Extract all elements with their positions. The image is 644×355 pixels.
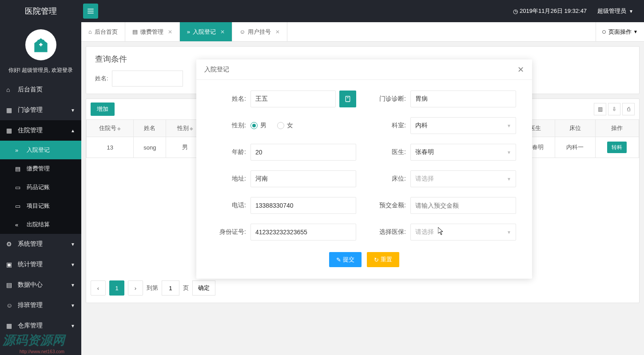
col-name[interactable]: 姓名 xyxy=(134,120,166,137)
home-icon: ⌂ xyxy=(88,28,92,35)
search-name-input[interactable] xyxy=(112,71,183,87)
diagnosis-input[interactable] xyxy=(410,91,516,107)
svg-point-7 xyxy=(42,40,44,42)
chevron-down-icon: ▼ xyxy=(71,242,75,247)
export-icon[interactable]: ⇩ xyxy=(608,103,620,115)
radio-unchecked-icon xyxy=(277,122,284,129)
sidebar-item-stats[interactable]: ▣ 统计管理 ▼ xyxy=(0,254,81,275)
welcome-text: 你好! 超级管理员, 欢迎登录 xyxy=(0,64,81,79)
gender-female-radio[interactable]: 女 xyxy=(277,122,293,130)
gender-male-radio[interactable]: 男 xyxy=(250,122,266,130)
close-icon[interactable]: ✕ xyxy=(275,29,280,35)
tab-payment[interactable]: ▤ 缴费管理 ✕ xyxy=(125,22,180,41)
sidebar-item-discharge[interactable]: « 出院结算 xyxy=(0,215,81,234)
col-bed[interactable]: 床位 xyxy=(555,120,595,137)
page-jump-input[interactable] xyxy=(162,280,179,296)
svg-rect-4 xyxy=(40,43,41,46)
page-ops-menu[interactable]: 页面操作 ▼ xyxy=(596,22,644,41)
avatar-box xyxy=(0,22,81,64)
reset-button[interactable]: ↻ 重置 xyxy=(367,252,399,267)
file-icon: ▤ xyxy=(6,281,14,288)
submit-icon: ✎ xyxy=(336,256,341,263)
chevron-up-icon: ▲ xyxy=(71,128,75,133)
tab-home[interactable]: ⌂ 后台首页 xyxy=(81,22,125,41)
gear-icon: ⚙ xyxy=(6,241,14,248)
book-icon: ▭ xyxy=(15,184,23,191)
sidebar-item-project-billing[interactable]: ▭ 项目记账 xyxy=(0,197,81,215)
cell-bed: 内科一 xyxy=(555,137,595,158)
sidebar: 你好! 超级管理员, 欢迎登录 ⌂ 后台首页 ▦ 门诊管理 ▼ ▦ 住院管理 ▲… xyxy=(0,22,81,355)
sort-icon: ◆ xyxy=(190,126,193,131)
sidebar-item-payment[interactable]: ▤ 缴费管理 xyxy=(0,159,81,178)
chevron-down-icon: ▼ xyxy=(71,108,75,113)
page-jump-confirm[interactable]: 确定 xyxy=(192,280,215,296)
tab-bar: ⌂ 后台首页 ▤ 缴费管理 ✕ » 入院登记 ✕ ☺ 用户挂号 ✕ 页面操作 ▼ xyxy=(81,22,644,42)
grid-icon: ▦ xyxy=(6,127,14,134)
tab-admission[interactable]: » 入院登记 ✕ xyxy=(180,22,232,41)
close-icon[interactable]: ✕ xyxy=(517,65,524,75)
submenu-inpatient: » 入院登记 ▤ 缴费管理 ▭ 药品记账 ▭ 项目记账 « 出院结算 xyxy=(0,141,81,234)
tab-register[interactable]: ☺ 用户挂号 ✕ xyxy=(232,22,287,41)
menu-toggle-button[interactable] xyxy=(83,4,98,19)
next-page-button[interactable]: › xyxy=(128,280,143,296)
sort-icon: ◆ xyxy=(117,126,121,131)
prev-page-button[interactable]: ‹ xyxy=(91,280,106,296)
address-input[interactable] xyxy=(250,170,356,187)
doc-icon: ▤ xyxy=(132,28,138,35)
label-age: 年龄: xyxy=(212,148,250,156)
sidebar-item-schedule[interactable]: ☺ 排班管理 ▼ xyxy=(0,295,81,316)
col-action[interactable]: 操作 xyxy=(595,120,639,137)
label-bed: 床位: xyxy=(372,175,410,183)
chevron-down-icon: ▼ xyxy=(507,230,511,235)
sidebar-item-system[interactable]: ⚙ 系统管理 ▼ xyxy=(0,234,81,254)
prepay-input[interactable] xyxy=(410,197,516,214)
sidebar-item-outpatient[interactable]: ▦ 门诊管理 ▼ xyxy=(0,100,81,120)
label-diagnosis: 门诊诊断: xyxy=(372,95,410,103)
idcard-input[interactable] xyxy=(250,224,356,241)
book-icon: ▭ xyxy=(15,203,23,209)
close-icon[interactable]: ✕ xyxy=(220,29,225,35)
doctor-select[interactable]: 张春明 ▼ xyxy=(410,144,516,161)
avatar xyxy=(25,29,56,60)
transfer-button[interactable]: 转科 xyxy=(607,142,627,153)
lookup-button[interactable] xyxy=(339,91,356,107)
sidebar-item-admission[interactable]: » 入院登记 xyxy=(0,141,81,159)
modal-title: 入院登记 xyxy=(204,66,229,74)
grid-icon: ▦ xyxy=(6,106,14,114)
chevron-down-icon: ▼ xyxy=(71,262,75,267)
grid-icon: ▦ xyxy=(6,322,14,329)
chevron-down-icon: ▼ xyxy=(71,303,75,308)
sidebar-item-inpatient[interactable]: ▦ 住院管理 ▲ xyxy=(0,120,81,141)
radio-checked-icon xyxy=(250,122,258,129)
bed-select[interactable]: 请选择 ▼ xyxy=(410,170,516,187)
admission-modal: 入院登记 ✕ 姓名: 门诊诊断: 性别: xyxy=(196,59,532,279)
header-time: ◷ 2019年11月26日 19:32:47 xyxy=(513,7,587,15)
double-right-icon: » xyxy=(187,28,190,35)
insurance-select[interactable]: 请选择 ▼ xyxy=(410,224,516,241)
chevron-down-icon: ▼ xyxy=(71,323,75,328)
name-input[interactable] xyxy=(250,91,336,107)
col-id[interactable]: 住院号◆ xyxy=(87,120,134,137)
page-1-button[interactable]: 1 xyxy=(109,280,124,296)
department-select[interactable]: 内科 ▼ xyxy=(410,117,516,134)
header-user-menu[interactable]: 超级管理员 ▼ xyxy=(597,7,633,15)
app-title: 医院管理 xyxy=(0,6,81,16)
home-icon: ⌂ xyxy=(6,86,14,93)
reload-icon: ↻ xyxy=(374,256,379,263)
sidebar-item-home[interactable]: ⌂ 后台首页 xyxy=(0,79,81,100)
sidebar-item-warehouse[interactable]: ▦ 仓库管理 ▼ xyxy=(0,316,81,336)
phone-input[interactable] xyxy=(250,197,356,214)
sidebar-item-drug-billing[interactable]: ▭ 药品记账 xyxy=(0,178,81,197)
sidebar-item-data[interactable]: ▤ 数据中心 ▼ xyxy=(0,275,81,295)
label-prepay: 预交金额: xyxy=(372,201,410,209)
columns-icon[interactable]: ▥ xyxy=(594,103,606,115)
add-button[interactable]: 增加 xyxy=(91,103,115,116)
print-icon[interactable]: ⎙ xyxy=(622,103,635,115)
submit-button[interactable]: ✎ 提交 xyxy=(329,252,362,267)
chevron-down-icon: ▼ xyxy=(71,283,75,288)
svg-point-5 xyxy=(37,40,40,42)
close-icon[interactable]: ✕ xyxy=(168,29,172,35)
age-input[interactable] xyxy=(250,144,356,161)
chevron-down-icon: ▼ xyxy=(507,177,511,181)
label-idcard: 身份证号: xyxy=(212,228,250,236)
